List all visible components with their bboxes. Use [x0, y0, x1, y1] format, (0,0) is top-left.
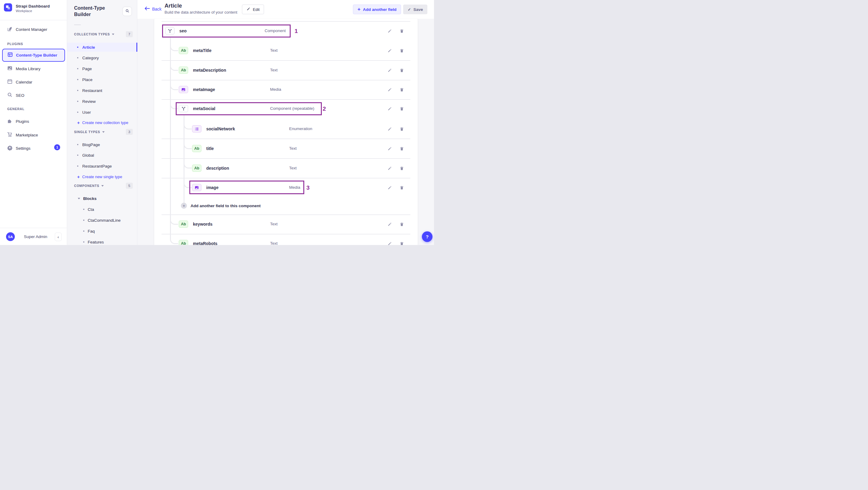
sidebar-item-blogpage[interactable]: BlogPage [67, 142, 137, 148]
annotation-number-2: 2 [323, 105, 326, 112]
media-field-icon [179, 86, 188, 93]
component-icon [165, 27, 175, 34]
sidebar-item-global[interactable]: Global [67, 152, 137, 158]
delete-field-button[interactable] [399, 67, 405, 73]
sidebar-item-media-library[interactable]: Media Library [0, 65, 67, 72]
table-row-metasocial[interactable]: metaSocial Component (repeatable) [154, 104, 418, 114]
edit-field-button[interactable] [386, 165, 393, 171]
sidebar-item-place[interactable]: Place [67, 76, 137, 83]
sidebar-item-content-manager[interactable]: Content Manager [0, 25, 67, 33]
edit-field-button[interactable] [386, 146, 393, 152]
delete-field-button[interactable] [399, 221, 405, 227]
chevron-down-icon [112, 34, 114, 35]
sidebar-item-content-type-builder[interactable]: Content-Type Builder [2, 49, 65, 62]
back-link[interactable]: Back [145, 6, 161, 11]
delete-field-button[interactable] [399, 146, 405, 152]
search-button[interactable] [123, 7, 132, 16]
edit-field-button[interactable] [386, 184, 393, 190]
edit-field-button[interactable] [386, 28, 393, 34]
workspace-switcher[interactable]: Strapi Dashboard Workplace [4, 3, 50, 13]
delete-field-button[interactable] [399, 48, 405, 54]
table-row-metarobots[interactable]: Ab metaRobots Text [154, 239, 418, 245]
app-title: Strapi Dashboard [16, 3, 50, 9]
field-type: Text [289, 144, 297, 153]
delete-field-button[interactable] [399, 105, 405, 112]
field-name: metaTitle [193, 46, 211, 55]
sidebar-item-cta[interactable]: Cta [67, 206, 137, 212]
sidebar-item-category[interactable]: Category [67, 55, 137, 61]
divider [0, 20, 67, 20]
sidebar-item-article[interactable]: Article [67, 43, 137, 52]
edit-field-button[interactable] [386, 67, 393, 73]
delete-field-button[interactable] [399, 28, 405, 34]
field-name: metaSocial [193, 104, 215, 114]
sidebar-item-seo[interactable]: SEO [0, 91, 67, 99]
collapse-sidebar-button[interactable]: ‹ [55, 233, 62, 241]
sidebar-item-plugins[interactable]: Plugins [0, 117, 67, 125]
edit-field-button[interactable] [386, 241, 393, 245]
edit-field-button[interactable] [386, 105, 393, 112]
component-group-blocks[interactable]: Blocks [78, 195, 96, 202]
add-another-field-button[interactable]: + Add another field [353, 4, 401, 14]
table-row-description[interactable]: Ab description Text [154, 163, 418, 173]
sidebar-item-ctacommandline[interactable]: CtaCommandLine [67, 217, 137, 223]
delete-field-button[interactable] [399, 165, 405, 171]
bullet-icon [77, 79, 78, 80]
enumeration-field-icon [192, 125, 202, 132]
edit-field-button[interactable] [386, 221, 393, 227]
arrow-left-icon [145, 6, 150, 11]
collection-types-count: 7 [126, 31, 133, 37]
panel-title: Content-Type Builder [74, 5, 120, 18]
strapi-dashboard: Strapi Dashboard Workplace Content Manag… [0, 0, 434, 245]
sidebar-item-user[interactable]: User [67, 109, 137, 115]
delete-field-button[interactable] [399, 241, 405, 245]
avatar[interactable]: SA [6, 232, 15, 241]
table-row-image[interactable]: image Media [154, 183, 418, 192]
table-row-socialnetwork[interactable]: socialNetwork Enumeration [154, 124, 418, 134]
single-types-header[interactable]: SINGLE TYPES [74, 130, 105, 134]
sidebar-item-review[interactable]: Review [67, 98, 137, 104]
components-header[interactable]: COMPONENTS [74, 184, 104, 188]
components-count: 5 [126, 183, 133, 189]
sidebar-item-page[interactable]: Page [67, 66, 137, 72]
delete-field-button[interactable] [399, 184, 405, 190]
bullet-icon [83, 231, 84, 232]
sidebar-item-faq[interactable]: Faq [67, 228, 137, 234]
add-field-to-component-row[interactable]: + Add another field to this component [154, 203, 418, 209]
table-row-metaimage[interactable]: metaImage Media [154, 85, 418, 94]
edit-field-button[interactable] [386, 87, 393, 93]
table-row-metadescription[interactable]: Ab metaDescription Text [154, 65, 418, 75]
field-type: Text [270, 219, 278, 229]
row-divider [161, 80, 410, 81]
field-type: Component [265, 26, 286, 36]
table-row-keywords[interactable]: Ab keywords Text [154, 219, 418, 229]
text-field-icon: Ab [192, 164, 202, 172]
sidebar-item-features[interactable]: Features [67, 239, 137, 245]
puzzle-icon [7, 118, 13, 125]
edit-field-button[interactable] [386, 48, 393, 54]
create-single-type-link[interactable]: +Create new single type [77, 174, 122, 180]
delete-field-button[interactable] [399, 87, 405, 93]
table-row-title[interactable]: Ab title Text [154, 144, 418, 153]
table-row-seo[interactable]: seo Component [154, 26, 418, 36]
save-button[interactable]: ✓ Save [403, 4, 427, 14]
single-types-count: 3 [126, 129, 133, 135]
delete-field-button[interactable] [399, 126, 405, 132]
collection-types-header[interactable]: COLLECTION TYPES [74, 32, 114, 36]
annotation-number-1: 1 [294, 28, 298, 34]
sidebar-item-restaurantpage[interactable]: RestaurantPage [67, 163, 137, 169]
sidebar-item-restaurant[interactable]: Restaurant [67, 87, 137, 93]
sidebar-item-marketplace[interactable]: Marketplace [0, 131, 67, 139]
edit-field-button[interactable] [386, 126, 393, 132]
bullet-icon [77, 155, 78, 156]
text-field-icon: Ab [179, 47, 188, 54]
search-icon [7, 92, 13, 99]
calendar-icon [7, 79, 13, 86]
field-name: metaDescription [193, 65, 226, 75]
feather-pen-icon [7, 26, 13, 33]
help-button[interactable]: ? [422, 232, 433, 242]
table-row-metatitle[interactable]: Ab metaTitle Text [154, 46, 418, 55]
sidebar-item-calendar[interactable]: Calendar [0, 78, 67, 86]
create-collection-type-link[interactable]: +Create new collection type [77, 120, 128, 125]
edit-button[interactable]: Edit [242, 4, 264, 14]
